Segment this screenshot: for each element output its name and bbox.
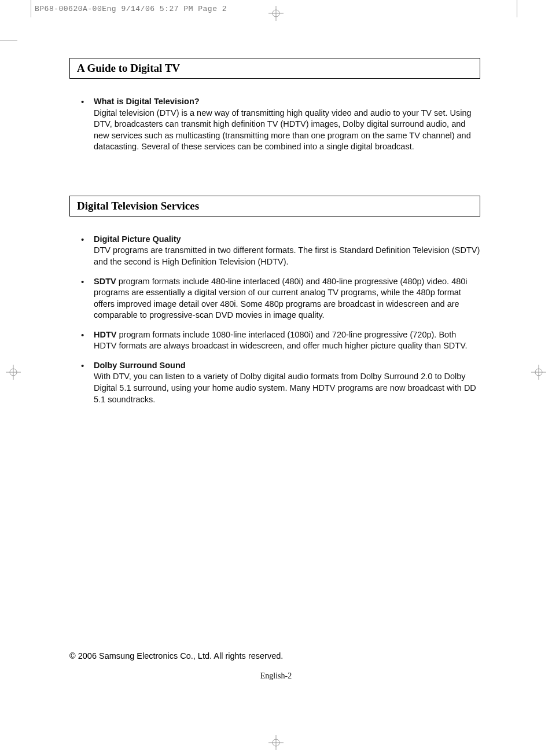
item-lead: What is Digital Television? [94,97,200,106]
print-slug: BP68-00620A-00Eng 9/14/06 5:27 PM Page 2 [35,5,227,13]
page-number: English-2 [0,671,552,681]
list-item: HDTV program formats include 1080-line i… [81,329,480,352]
copyright-line: © 2006 Samsung Electronics Co., Ltd. All… [69,651,283,660]
list-item: Dolby Surround Sound With DTV, you can l… [81,360,480,405]
crop-mark [31,0,31,17]
registration-mark-icon [268,6,284,21]
section-heading: Digital Television Services [69,196,480,216]
item-lead-inline: HDTV [94,330,116,339]
item-body: program formats include 480-line interla… [94,277,468,320]
item-body: DTV programs are transmitted in two diff… [94,245,480,266]
registration-mark-icon [531,365,546,380]
list-item: SDTV program formats include 480-line in… [81,276,480,321]
list-item: Digital Picture Quality DTV programs are… [81,234,480,268]
registration-mark-icon [268,735,284,750]
crop-mark [517,0,517,17]
crop-mark [0,41,17,41]
item-lead: Digital Picture Quality [94,234,181,244]
item-body: program formats include 1080-line interl… [94,330,468,351]
page-body: A Guide to Digital TV What is Digital Te… [69,58,480,413]
registration-mark-icon [6,365,21,380]
bullet-list: What is Digital Television? Digital tele… [69,96,480,153]
item-body: Digital television (DTV) is a new way of… [94,108,472,152]
item-body: With DTV, you can listen to a variety of… [94,372,476,403]
item-lead: Dolby Surround Sound [94,361,186,370]
item-lead-inline: SDTV [94,277,116,286]
section-heading: A Guide to Digital TV [69,58,480,79]
bullet-list: Digital Picture Quality DTV programs are… [69,234,480,405]
list-item: What is Digital Television? Digital tele… [81,96,480,153]
